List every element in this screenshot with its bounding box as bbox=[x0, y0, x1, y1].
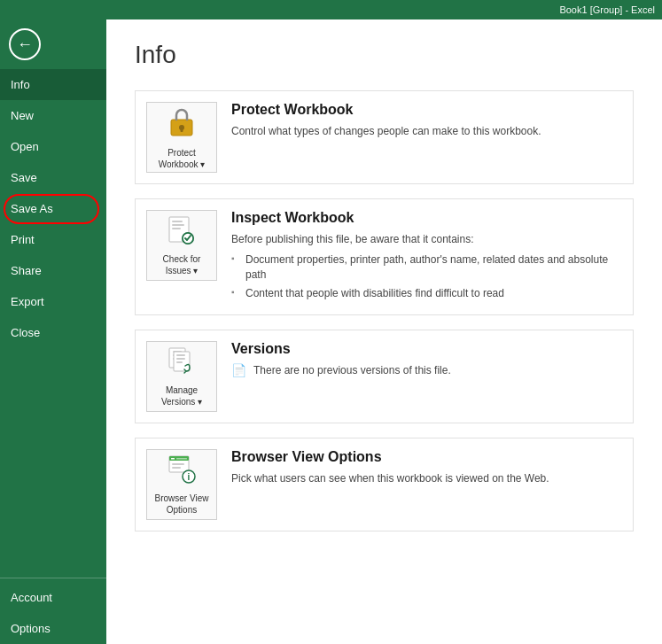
svg-rect-6 bbox=[172, 228, 181, 229]
sidebar-item-new[interactable]: New bbox=[0, 100, 106, 131]
sidebar-label-new: New bbox=[11, 109, 34, 122]
sidebar-item-print[interactable]: Print bbox=[0, 224, 106, 255]
svg-rect-2 bbox=[181, 128, 183, 132]
svg-rect-19 bbox=[171, 458, 175, 460]
svg-rect-4 bbox=[172, 221, 183, 222]
lock-icon bbox=[167, 105, 196, 144]
inspect-content: Inspect Workbook Before publishing this … bbox=[231, 210, 622, 304]
check-issues-icon bbox=[167, 215, 197, 250]
svg-rect-15 bbox=[176, 358, 185, 360]
title-bar-text: Book1 [Group] - Excel bbox=[559, 4, 655, 15]
back-circle-icon: ← bbox=[9, 28, 41, 60]
versions-title: Versions bbox=[231, 341, 622, 357]
inspect-bullet-1: Document properties, printer path, autho… bbox=[231, 252, 622, 283]
sidebar-item-export[interactable]: Export bbox=[0, 286, 106, 317]
sidebar-label-save-as: Save As bbox=[11, 202, 53, 215]
page-title: Info bbox=[135, 41, 634, 69]
svg-rect-20 bbox=[176, 458, 187, 460]
versions-icon bbox=[167, 346, 197, 381]
protect-icon-label: ProtectWorkbook ▾ bbox=[159, 147, 206, 170]
sidebar-item-options[interactable]: Options bbox=[0, 613, 106, 644]
sidebar-label-open: Open bbox=[11, 140, 39, 153]
main-content: Info ProtectWorkbook ▾ Protect Workbook … bbox=[106, 19, 662, 644]
protect-workbook-section: ProtectWorkbook ▾ Protect Workbook Contr… bbox=[135, 90, 634, 184]
inspect-title: Inspect Workbook bbox=[231, 210, 622, 226]
sidebar-label-info: Info bbox=[11, 78, 30, 91]
sidebar-item-open[interactable]: Open bbox=[0, 131, 106, 162]
svg-rect-14 bbox=[176, 354, 185, 356]
versions-content: Versions 📄 There are no previous version… bbox=[231, 341, 622, 378]
sidebar-item-close[interactable]: Close bbox=[0, 317, 106, 348]
sidebar-label-save: Save bbox=[11, 171, 37, 184]
sidebar-label-export: Export bbox=[11, 295, 44, 308]
versions-section: ManageVersions ▾ Versions 📄 There are no… bbox=[135, 330, 634, 423]
svg-rect-16 bbox=[176, 361, 183, 363]
sidebar-label-options: Options bbox=[11, 622, 51, 635]
sidebar-item-share[interactable]: Share bbox=[0, 255, 106, 286]
back-button[interactable]: ← bbox=[4, 23, 46, 66]
sidebar-divider bbox=[0, 578, 106, 578]
svg-rect-5 bbox=[172, 224, 184, 226]
title-bar: Book1 [Group] - Excel bbox=[0, 0, 662, 19]
sidebar-label-print: Print bbox=[11, 233, 35, 246]
browser-view-button[interactable]: i Browser ViewOptions bbox=[146, 449, 217, 520]
browser-view-icon: i bbox=[167, 454, 197, 489]
manage-versions-button[interactable]: ManageVersions ▾ bbox=[146, 341, 217, 412]
sidebar: ← Info New Open Save Save As Print Share… bbox=[0, 19, 106, 644]
svg-text:i: i bbox=[188, 472, 191, 482]
sidebar-item-account[interactable]: Account bbox=[0, 582, 106, 613]
protect-workbook-button[interactable]: ProtectWorkbook ▾ bbox=[146, 102, 217, 173]
browser-view-section: i Browser ViewOptions Browser View Optio… bbox=[135, 438, 634, 531]
inspect-bullet-2: Content that people with disabilities fi… bbox=[231, 286, 622, 301]
sidebar-item-save[interactable]: Save bbox=[0, 162, 106, 193]
sidebar-label-account: Account bbox=[11, 591, 52, 604]
app-body: ← Info New Open Save Save As Print Share… bbox=[0, 19, 662, 644]
inspect-bullets: Document properties, printer path, autho… bbox=[231, 252, 622, 300]
inspect-desc: Before publishing this file, be aware th… bbox=[231, 231, 622, 247]
svg-rect-22 bbox=[172, 467, 181, 469]
browser-content: Browser View Options Pick what users can… bbox=[231, 449, 622, 486]
browser-view-label: Browser ViewOptions bbox=[155, 493, 209, 516]
protect-content: Protect Workbook Control what types of c… bbox=[231, 102, 622, 139]
protect-title: Protect Workbook bbox=[231, 102, 622, 118]
inspect-workbook-section: Check forIssues ▾ Inspect Workbook Befor… bbox=[135, 198, 634, 315]
browser-title: Browser View Options bbox=[231, 449, 622, 465]
versions-doc-icon: 📄 bbox=[231, 363, 246, 377]
versions-note: There are no previous versions of this f… bbox=[253, 362, 451, 378]
sidebar-label-share: Share bbox=[11, 264, 42, 277]
manage-versions-label: ManageVersions ▾ bbox=[161, 384, 202, 407]
sidebar-label-close: Close bbox=[11, 326, 40, 339]
check-issues-button[interactable]: Check forIssues ▾ bbox=[146, 210, 217, 281]
sidebar-item-info[interactable]: Info bbox=[0, 69, 106, 100]
check-issues-label: Check forIssues ▾ bbox=[163, 253, 201, 276]
protect-desc: Control what types of changes people can… bbox=[231, 123, 622, 139]
svg-rect-21 bbox=[172, 463, 184, 465]
browser-desc: Pick what users can see when this workbo… bbox=[231, 470, 622, 486]
versions-row: 📄 There are no previous versions of this… bbox=[231, 362, 622, 378]
sidebar-item-save-as[interactable]: Save As bbox=[0, 193, 106, 224]
